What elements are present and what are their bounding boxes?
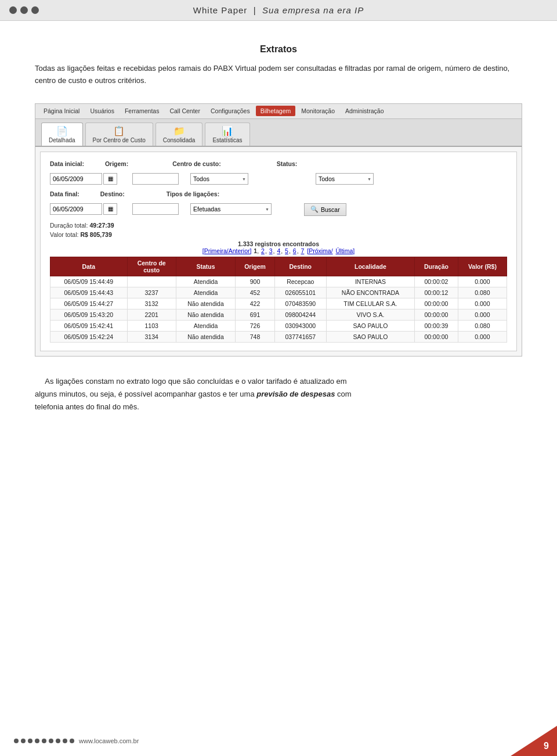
cell-origem: 900 — [236, 276, 275, 287]
pagination-first-prev[interactable]: [Primeira/Anterior] — [202, 247, 252, 254]
data-final-input[interactable] — [50, 203, 102, 215]
nav-call-center[interactable]: Call Center — [165, 106, 205, 116]
cell-centro: 3237 — [127, 287, 176, 298]
cell-localidade: SAO PAULO — [326, 331, 414, 342]
pagination-2[interactable]: 2 — [261, 247, 265, 254]
tab-detalhada-label: Detalhada — [49, 137, 75, 143]
col-header-centro: Centro decusto — [127, 257, 176, 276]
nav-bilhetagem[interactable]: Bilhetagem — [256, 106, 296, 116]
centro-custo-select[interactable]: Todos — [190, 173, 248, 185]
destino-input[interactable] — [132, 203, 179, 215]
nav-usuarios[interactable]: Usuários — [85, 106, 118, 116]
nav-administracao[interactable]: Administração — [341, 106, 389, 116]
cell-duracao: 00:00:02 — [415, 276, 458, 287]
bottom-line3: telefonia antes do final do mês. — [35, 402, 139, 411]
cell-valor: 0.000 — [458, 298, 507, 309]
footer-dots — [14, 739, 74, 743]
cell-centro: 2201 — [127, 309, 176, 320]
pagination-4[interactable]: 4 — [277, 247, 280, 254]
tipos-ligacoes-label: Tipos de ligações: — [167, 190, 219, 197]
nav-configuracoes[interactable]: Configurações — [206, 106, 255, 116]
data-table: Data Centro decusto Status Origem Destin… — [50, 257, 507, 343]
buscar-btn-group: 🔍 Buscar — [304, 203, 346, 216]
main-content: Extratos Todas as ligações feitas e rece… — [0, 21, 557, 460]
tab-consolidada[interactable]: 📁 Consolidada — [155, 123, 203, 146]
cell-duracao: 00:00:39 — [415, 320, 458, 331]
pagination-next[interactable]: [Próxima/ — [307, 247, 332, 254]
nav-ferramentas[interactable]: Ferramentas — [120, 106, 164, 116]
duracao-total-value: 49:27:39 — [89, 222, 114, 229]
col-header-origem: Origem — [236, 257, 275, 276]
tipos-ligacoes-select[interactable]: Efetuadas — [190, 203, 272, 215]
footer-dot-7 — [56, 739, 60, 743]
cell-status: Atendida — [176, 276, 235, 287]
origem-label: Origem: — [105, 160, 128, 167]
nav-pagina-inicial[interactable]: Página Inicial — [39, 106, 84, 116]
duracao-total-label: Duração total: — [50, 222, 88, 229]
cell-centro: 3132 — [127, 298, 176, 309]
window-controls — [9, 6, 39, 14]
cell-destino: 037741657 — [274, 331, 326, 342]
cell-status: Não atendida — [176, 309, 235, 320]
footer-dot-1 — [14, 739, 19, 743]
cell-data: 06/05/09 15:44:43 — [50, 287, 128, 298]
col-header-localidade: Localidade — [326, 257, 414, 276]
title-white: White Paper — [193, 5, 248, 15]
tab-por-centro-custo[interactable]: 📋 Por Centro de Custo — [85, 123, 153, 146]
form-group-data-final: Data final: — [50, 190, 79, 197]
footer-left: www.locaweb.com.br — [14, 737, 139, 744]
tab-detalhada[interactable]: 📄 Detalhada — [41, 123, 83, 146]
data-final-input-group — [50, 203, 117, 215]
footer-dot-9 — [70, 739, 74, 743]
cell-duracao: 00:00:00 — [415, 309, 458, 320]
pagination-last[interactable]: Última] — [336, 247, 355, 254]
cell-status: Atendida — [176, 320, 235, 331]
col-header-data: Data — [50, 257, 128, 276]
data-inicial-calendar[interactable] — [103, 173, 117, 185]
form-group-status-label: Status: — [277, 160, 298, 167]
status-select-group: Todos — [316, 173, 374, 185]
tab-estatisticas[interactable]: 📊 Estatísticas — [205, 123, 249, 146]
pagination-5[interactable]: 5 — [285, 247, 288, 254]
cell-valor: 0.000 — [458, 309, 507, 320]
pagination-current: 1 — [254, 247, 257, 254]
cell-duracao: 00:00:12 — [415, 287, 458, 298]
buscar-button[interactable]: 🔍 Buscar — [304, 203, 346, 216]
form-group-origem-label: Origem: — [105, 160, 128, 167]
cell-status: Não atendida — [176, 298, 235, 309]
footer-dot-3 — [28, 739, 32, 743]
form-area: Data inicial: Origem: Centro de custo: S… — [40, 152, 517, 351]
cell-destino: 098004244 — [274, 309, 326, 320]
table-row: 06/05/09 15:42:243134Não atendida7480377… — [50, 331, 507, 342]
form-group-tipos-label: Tipos de ligações: — [167, 190, 219, 197]
data-final-calendar[interactable] — [103, 203, 117, 215]
data-inicial-label: Data inicial: — [50, 160, 84, 167]
tab-bar: 📄 Detalhada 📋 Por Centro de Custo 📁 Cons… — [35, 119, 522, 147]
footer-dot-2 — [21, 739, 26, 743]
status-select[interactable]: Todos — [316, 173, 374, 185]
tipos-ligacoes-select-group: Efetuadas — [190, 203, 272, 215]
intro-text: Todas as ligações feitas e recebidas pel… — [35, 63, 522, 87]
cell-localidade: VIVO S.A. — [326, 309, 414, 320]
nav-monitoracao[interactable]: Monitoração — [296, 106, 339, 116]
section-title: Extratos — [35, 44, 522, 55]
pagination-3[interactable]: 3 — [269, 247, 273, 254]
pagination-6[interactable]: 6 — [293, 247, 296, 254]
cell-origem: 748 — [236, 331, 275, 342]
buscar-label: Buscar — [321, 206, 340, 213]
cell-valor: 0.000 — [458, 331, 507, 342]
table-row: 06/05/09 15:44:49Atendida900RecepcaoINTE… — [50, 276, 507, 287]
cell-duracao: 00:00:00 — [415, 298, 458, 309]
destino-label: Destino: — [100, 190, 125, 197]
origem-input[interactable] — [132, 173, 179, 185]
stats-duracao-row: Duração total: 49:27:39 — [50, 222, 507, 229]
status-label: Status: — [277, 160, 298, 167]
cell-origem: 422 — [236, 298, 275, 309]
form-row-1: Data inicial: Origem: Centro de custo: S… — [50, 160, 507, 167]
pagination-7[interactable]: 7 — [301, 247, 304, 254]
bottom-text: As ligações constam no extrato logo que … — [35, 375, 522, 413]
cell-centro — [127, 276, 176, 287]
form-row-4: Efetuadas 🔍 Buscar — [50, 203, 507, 216]
valor-total-label: Valor total: — [50, 231, 78, 238]
data-inicial-input[interactable] — [50, 173, 102, 185]
